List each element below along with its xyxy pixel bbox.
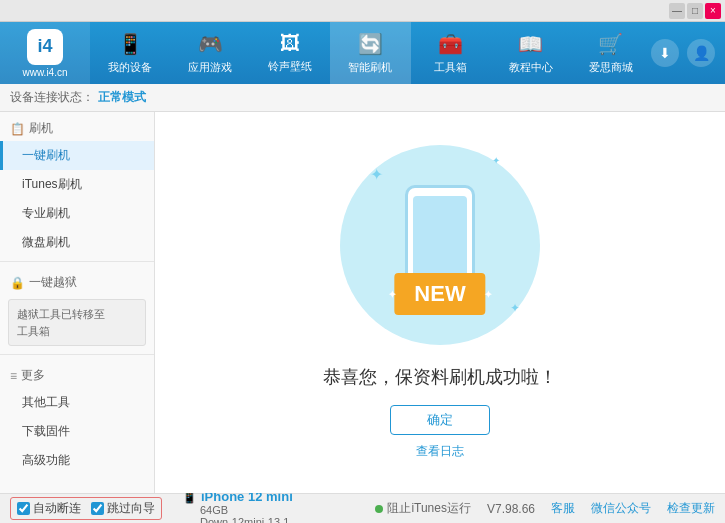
wechat-link[interactable]: 微信公众号 xyxy=(591,500,651,517)
logo: i4 www.i4.cn xyxy=(0,22,90,84)
nav-item-toolbox-label: 工具箱 xyxy=(434,60,467,75)
new-badge: NEW xyxy=(394,273,485,315)
nav-item-apps-games-label: 应用游戏 xyxy=(188,60,232,75)
auto-disconnect-label: 自动断连 xyxy=(33,500,81,517)
update-link[interactable]: 检查更新 xyxy=(667,500,715,517)
auto-disconnect-checkbox-label[interactable]: 自动断连 xyxy=(17,500,81,517)
sidebar-section-more: ≡ 更多 xyxy=(0,359,154,388)
device-model: Down-12mini-13,1 xyxy=(200,516,293,523)
skip-wizard-label: 跳过向导 xyxy=(107,500,155,517)
auto-disconnect-checkbox[interactable] xyxy=(17,502,30,515)
device-info: 📱 iPhone 12 mini 64GB Down-12mini-13,1 xyxy=(182,489,293,523)
status-footer-right: 阻止iTunes运行 V7.98.66 客服 微信公众号 检查更新 xyxy=(375,500,715,517)
minimize-button[interactable]: — xyxy=(669,3,685,19)
sparkle-2: ✦ xyxy=(492,155,500,166)
success-text: 恭喜您，保资料刷机成功啦！ xyxy=(323,365,557,389)
sidebar-item-micro-flash[interactable]: 微盘刷机 xyxy=(0,228,154,257)
smart-flash-icon: 🔄 xyxy=(358,32,383,56)
checkbox-container: 自动断连 跳过向导 xyxy=(10,497,162,520)
close-button[interactable]: × xyxy=(705,3,721,19)
new-ribbon: NEW xyxy=(394,273,485,315)
more-section-icon: ≡ xyxy=(10,369,17,383)
service-link[interactable]: 客服 xyxy=(551,500,575,517)
download-button[interactable]: ⬇ xyxy=(651,39,679,67)
device-storage: 64GB xyxy=(200,504,293,516)
sidebar-section-jailbreak: 🔒 一键越狱 xyxy=(0,266,154,295)
nav-items: 📱 我的设备 🎮 应用游戏 🖼 铃声壁纸 🔄 智能刷机 🧰 工具箱 📖 教程中心… xyxy=(90,22,651,84)
confirm-button[interactable]: 确定 xyxy=(390,405,490,435)
phone-illustration: ✦ ✦ ✦ NEW xyxy=(340,145,540,345)
apps-games-icon: 🎮 xyxy=(198,32,223,56)
nav-item-tutorial-label: 教程中心 xyxy=(509,60,553,75)
phone-bg-circle: ✦ ✦ ✦ xyxy=(340,145,540,345)
status-value: 正常模式 xyxy=(98,89,146,106)
status-footer: 自动断连 跳过向导 📱 iPhone 12 mini 64GB Down-12m… xyxy=(0,493,725,523)
sidebar-divider-1 xyxy=(0,261,154,262)
sidebar-section-flash: 📋 刷机 xyxy=(0,112,154,141)
nav-item-wallpaper-label: 铃声壁纸 xyxy=(268,59,312,74)
sidebar-item-pro-flash[interactable]: 专业刷机 xyxy=(0,199,154,228)
nav-item-apps-games[interactable]: 🎮 应用游戏 xyxy=(170,22,250,84)
sidebar-jailbreak-note: 越狱工具已转移至工具箱 xyxy=(8,299,146,346)
sidebar: 📋 刷机 一键刷机 iTunes刷机 专业刷机 微盘刷机 🔒 一键越狱 越狱工具… xyxy=(0,112,155,493)
top-nav: i4 www.i4.cn 📱 我的设备 🎮 应用游戏 🖼 铃声壁纸 🔄 智能刷机… xyxy=(0,22,725,84)
skip-wizard-checkbox[interactable] xyxy=(91,502,104,515)
content-area: ✦ ✦ ✦ NEW 恭喜您，保资料刷机成功啦！ 确定 查看日志 xyxy=(155,112,725,493)
phone-screen xyxy=(413,196,467,278)
toolbox-icon: 🧰 xyxy=(438,32,463,56)
lock-icon: 🔒 xyxy=(10,276,25,290)
my-device-icon: 📱 xyxy=(118,32,143,56)
sidebar-section-flash-label: 刷机 xyxy=(29,120,53,137)
maximize-button[interactable]: □ xyxy=(687,3,703,19)
nav-item-my-device[interactable]: 📱 我的设备 xyxy=(90,22,170,84)
nav-item-my-device-label: 我的设备 xyxy=(108,60,152,75)
sidebar-section-jailbreak-label: 一键越狱 xyxy=(29,274,77,291)
status-footer-left: 自动断连 跳过向导 📱 iPhone 12 mini 64GB Down-12m… xyxy=(10,489,293,523)
sparkle-3: ✦ xyxy=(510,301,520,315)
sidebar-divider-2 xyxy=(0,354,154,355)
sidebar-item-one-click-flash[interactable]: 一键刷机 xyxy=(0,141,154,170)
nav-item-wallpaper[interactable]: 🖼 铃声壁纸 xyxy=(250,22,330,84)
wallpaper-icon: 🖼 xyxy=(280,32,300,55)
itunes-status-dot xyxy=(375,505,383,513)
status-bar: 设备连接状态： 正常模式 xyxy=(0,84,725,112)
sidebar-section-more-label: 更多 xyxy=(21,367,45,384)
sparkle-1: ✦ xyxy=(370,165,383,184)
logo-icon: i4 xyxy=(27,29,63,65)
flash-section-icon: 📋 xyxy=(10,122,25,136)
title-bar: — □ × xyxy=(0,0,725,22)
sidebar-item-advanced[interactable]: 高级功能 xyxy=(0,446,154,475)
itunes-indicator: 阻止iTunes运行 xyxy=(375,500,471,517)
nav-item-tutorial[interactable]: 📖 教程中心 xyxy=(491,22,571,84)
shop-icon: 🛒 xyxy=(598,32,623,56)
nav-item-smart-flash-label: 智能刷机 xyxy=(348,60,392,75)
version-text: V7.98.66 xyxy=(487,502,535,516)
nav-item-smart-flash[interactable]: 🔄 智能刷机 xyxy=(330,22,410,84)
main-area: 📋 刷机 一键刷机 iTunes刷机 专业刷机 微盘刷机 🔒 一键越狱 越狱工具… xyxy=(0,112,725,493)
skip-wizard-checkbox-label[interactable]: 跳过向导 xyxy=(91,500,155,517)
sidebar-item-download-firmware[interactable]: 下载固件 xyxy=(0,417,154,446)
nav-item-shop-label: 爱思商城 xyxy=(589,60,633,75)
nav-item-shop[interactable]: 🛒 爱思商城 xyxy=(571,22,651,84)
nav-item-toolbox[interactable]: 🧰 工具箱 xyxy=(411,22,491,84)
nav-right: ⬇ 👤 xyxy=(651,39,725,67)
sidebar-item-itunes-flash[interactable]: iTunes刷机 xyxy=(0,170,154,199)
detail-link[interactable]: 查看日志 xyxy=(416,443,464,460)
logo-url: www.i4.cn xyxy=(22,67,67,78)
tutorial-icon: 📖 xyxy=(518,32,543,56)
sidebar-item-other-tools[interactable]: 其他工具 xyxy=(0,388,154,417)
status-label: 设备连接状态： xyxy=(10,89,94,106)
account-button[interactable]: 👤 xyxy=(687,39,715,67)
itunes-status-text: 阻止iTunes运行 xyxy=(387,500,471,517)
